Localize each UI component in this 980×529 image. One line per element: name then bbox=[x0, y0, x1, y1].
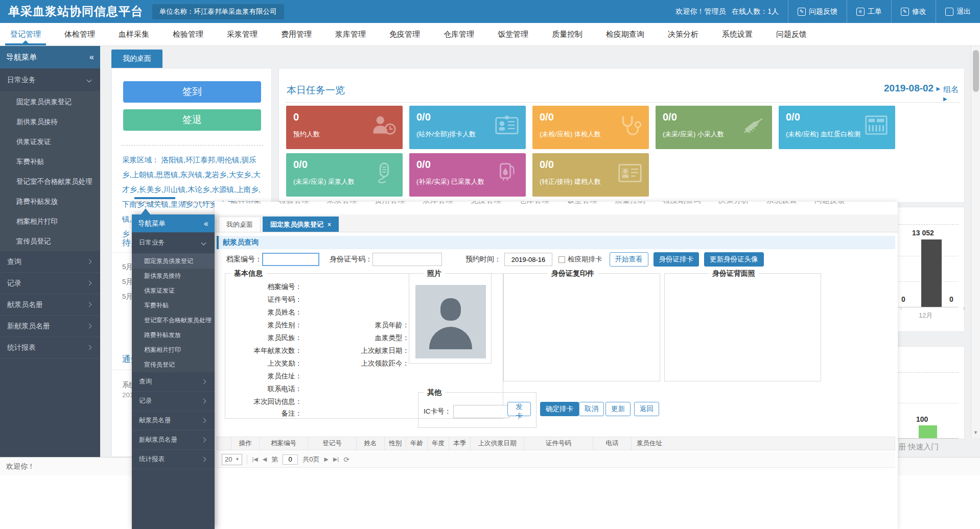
top-nav-canteen[interactable]: 饭堂管理 bbox=[498, 23, 528, 45]
prev-page-button[interactable]: ◀ bbox=[263, 456, 267, 463]
popup-item-photo-print[interactable]: 档案相片打印 bbox=[132, 343, 215, 357]
id-card-queue-button[interactable]: 身份证排卡 bbox=[654, 252, 699, 267]
top-nav-blood-sampling[interactable]: 血样采集 bbox=[119, 23, 149, 45]
sidebar-group-donor-roster[interactable]: 献浆员名册 bbox=[0, 294, 100, 316]
issue-card-button[interactable]: 发卡 bbox=[507, 402, 531, 416]
unit-name-badge: 单位名称：环江泰邦单采血浆有限公司 bbox=[152, 4, 284, 19]
sidebar-item-new-donor-reception[interactable]: 新供浆员接待 bbox=[0, 112, 100, 132]
ghost-nav-item: 登记管理 bbox=[134, 201, 165, 205]
top-nav-quarantine-query[interactable]: 检疫期查询 bbox=[606, 23, 644, 45]
sidebar-group-daily[interactable]: 日常业务 bbox=[0, 68, 100, 92]
group-picker[interactable]: 组名 ▶ bbox=[943, 85, 964, 103]
top-nav-fees[interactable]: 费用管理 bbox=[281, 23, 312, 45]
inner-tab-my-desktop[interactable]: 我的桌面 bbox=[219, 217, 261, 232]
sidebar-item-transport-subsidy[interactable]: 车费补贴 bbox=[0, 152, 100, 172]
first-page-button[interactable]: |◀ bbox=[252, 456, 258, 463]
task-card-new-files[interactable]: 0/0 (转正/接待) 建档人数 bbox=[532, 153, 649, 197]
popup-item-promoter-registration[interactable]: 宣传员登记 bbox=[132, 357, 215, 372]
date-picker[interactable]: 2019-08-02 ▶ bbox=[884, 83, 940, 94]
task-card-hemoglobin-test[interactable]: 0/0 (未检/应检) 血红蛋白检测 bbox=[779, 106, 895, 149]
popup-item-certificate-issue[interactable]: 供浆证发证 bbox=[132, 283, 215, 298]
field-year-donation-count: 本年献浆次数： bbox=[225, 346, 302, 355]
ghost-nav-strip: 登记管理 体检管理 血样采集 检验管理 采浆管理 费用管理 浆库管理 免疫管理 … bbox=[134, 201, 845, 211]
scrollbar-thumb[interactable] bbox=[973, 50, 979, 92]
appointment-date-input[interactable] bbox=[504, 253, 552, 266]
sidebar-group-records[interactable]: 记录 bbox=[0, 273, 100, 294]
top-nav-feedback[interactable]: 问题反馈 bbox=[776, 23, 807, 45]
logout-button[interactable]: 退出 bbox=[936, 0, 980, 23]
top-nav-immunity[interactable]: 免疫管理 bbox=[389, 23, 420, 45]
chevron-right-icon bbox=[87, 324, 92, 329]
back-button[interactable]: 返回 bbox=[634, 402, 659, 416]
sidebar-item-promoter-registration[interactable]: 宣传员登记 bbox=[0, 231, 100, 251]
close-icon[interactable]: × bbox=[328, 221, 331, 228]
task-card-appointments[interactable]: 0 预约人数 bbox=[286, 106, 403, 149]
popup-group-daily[interactable]: 日常业务 bbox=[132, 232, 215, 254]
cancel-button[interactable]: 取消 bbox=[579, 402, 604, 416]
top-nav-plasma-collection[interactable]: 采浆管理 bbox=[227, 23, 258, 45]
work-order-button[interactable]: ≡ 工单 bbox=[847, 0, 891, 23]
popup-group-statistics[interactable]: 统计报表 bbox=[132, 450, 215, 469]
task-card-plasma-collection[interactable]: 0/0 (未采/应采) 采浆人数 bbox=[286, 153, 403, 197]
results-table-header: 操作 档案编号 登记号 姓名 性别 年龄 年度 本季 上次供浆日期 证件号码 电… bbox=[217, 437, 895, 450]
next-page-button[interactable]: ▶ bbox=[324, 456, 328, 463]
sidebar-group-query[interactable]: 查询 bbox=[0, 251, 100, 273]
field-last-donation-date: 上次献浆日期： bbox=[333, 346, 409, 355]
quick-start-links[interactable]: 册 快速入门 bbox=[898, 442, 939, 452]
page-size-select[interactable]: 20 ▼ bbox=[222, 454, 242, 465]
top-nav-plasma-store[interactable]: 浆库管理 bbox=[335, 23, 366, 45]
top-nav-system[interactable]: 系统设置 bbox=[722, 23, 753, 45]
registration-window: 我的桌面 固定浆员供浆登记 × 献浆员查询 档案编号： 身份证号码： 预约时间：… bbox=[215, 202, 898, 529]
sidebar-item-unqualified-donor[interactable]: 登记室不合格献浆员处理 bbox=[0, 172, 100, 191]
quarantine-checkbox[interactable] bbox=[558, 256, 565, 263]
popup-item-fixed-donor-registration[interactable]: 固定浆员供浆登记 bbox=[132, 254, 215, 269]
top-nav-physical-exam[interactable]: 体检管理 bbox=[64, 23, 95, 45]
task-card-physical-exam[interactable]: 0/0 (未检/应检) 体检人数 bbox=[532, 106, 649, 149]
popup-item-road-subsidy[interactable]: 路费补贴发放 bbox=[132, 328, 215, 343]
sign-in-button[interactable]: 签到 bbox=[123, 81, 261, 103]
update-id-photo-button[interactable]: 更新身份证头像 bbox=[704, 252, 764, 267]
sign-out-button[interactable]: 签退 bbox=[123, 109, 261, 131]
popup-item-transport-subsidy[interactable]: 车费补贴 bbox=[132, 298, 215, 313]
ghost-nav-item: 检疫期查询 bbox=[663, 201, 701, 205]
popup-group-new-donor-roster[interactable]: 新献浆员名册 bbox=[132, 430, 215, 450]
id-no-input[interactable] bbox=[372, 253, 442, 266]
popup-group-query[interactable]: 查询 bbox=[132, 372, 215, 392]
collapse-icon[interactable]: « bbox=[89, 53, 94, 62]
last-page-button[interactable]: ▶| bbox=[333, 456, 339, 463]
scrollbar-down-arrow[interactable]: ▼ bbox=[973, 430, 978, 435]
sidebar-item-photo-print[interactable]: 档案相片打印 bbox=[0, 211, 100, 231]
tab-my-desktop[interactable]: 我的桌面 bbox=[111, 50, 162, 68]
vertical-scrollbar[interactable]: ▼ bbox=[971, 46, 980, 438]
update-button[interactable]: 更新 bbox=[605, 402, 631, 416]
top-nav-registration[interactable]: 登记管理 bbox=[10, 23, 41, 45]
archive-no-input[interactable] bbox=[262, 253, 319, 266]
refresh-button[interactable]: ⟳ bbox=[343, 455, 349, 464]
ic-card-input[interactable] bbox=[453, 405, 509, 418]
top-nav-warehouse[interactable]: 仓库管理 bbox=[444, 23, 474, 45]
sidebar-item-road-subsidy[interactable]: 路费补贴发放 bbox=[0, 191, 100, 211]
chevron-right-icon bbox=[87, 302, 92, 307]
popup-group-donor-roster[interactable]: 献浆员名册 bbox=[132, 411, 215, 430]
page-number-input[interactable] bbox=[283, 454, 298, 465]
task-card-queue[interactable]: 0/0 (站外/全部)排卡人数 bbox=[409, 106, 526, 149]
top-nav-quality[interactable]: 质量控制 bbox=[552, 23, 582, 45]
task-card-small-collection[interactable]: 0/0 (未采/应采) 小采人数 bbox=[656, 106, 772, 149]
top-nav-lab[interactable]: 检验管理 bbox=[173, 23, 203, 45]
start-view-button[interactable]: 开始查看 bbox=[610, 252, 648, 267]
ghost-nav-active-indicator bbox=[134, 197, 175, 199]
collapse-icon[interactable]: « bbox=[204, 219, 208, 228]
sidebar-group-statistics[interactable]: 统计报表 bbox=[0, 337, 100, 358]
top-nav-decision[interactable]: 决策分析 bbox=[668, 23, 698, 45]
sidebar-item-fixed-donor-registration[interactable]: 固定浆员供浆登记 bbox=[0, 92, 100, 112]
modify-button[interactable]: ✎ 修改 bbox=[892, 0, 936, 23]
inner-tab-fixed-donor-registration[interactable]: 固定浆员供浆登记 × bbox=[263, 217, 339, 232]
sidebar-item-certificate-issue[interactable]: 供浆证发证 bbox=[0, 132, 100, 152]
popup-group-records[interactable]: 记录 bbox=[132, 392, 215, 411]
popup-item-unqualified-donor[interactable]: 登记室不合格献浆员处理 bbox=[132, 313, 215, 328]
confirm-queue-button[interactable]: 确定排卡 bbox=[540, 402, 579, 416]
task-card-collected[interactable]: 0/0 (补采/实采) 已采浆人数 bbox=[409, 153, 526, 197]
feedback-button[interactable]: ✎ 问题反馈 bbox=[788, 0, 847, 23]
sidebar-group-new-donor-roster[interactable]: 新献浆员名册 bbox=[0, 316, 100, 337]
popup-item-new-donor-reception[interactable]: 新供浆员接待 bbox=[132, 269, 215, 283]
